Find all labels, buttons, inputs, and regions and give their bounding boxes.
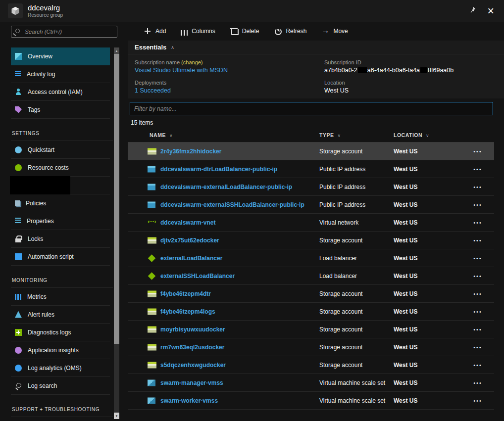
sidebar-item-policies[interactable]: Policies: [11, 194, 110, 212]
filter-input[interactable]: [130, 102, 493, 115]
location-value: West US: [324, 87, 454, 95]
sidebar-item-label: Diagnostics logs: [28, 329, 71, 336]
sidebar-item-redacted[interactable]: [11, 177, 110, 194]
column-header-location[interactable]: LOCATION: [394, 132, 429, 138]
close-icon[interactable]: [488, 7, 494, 14]
sidebar-item-log-analytics-oms[interactable]: Log analytics (OMS): [11, 359, 110, 377]
resource-name-link[interactable]: djtv2x75ut62edocker: [160, 237, 219, 244]
resource-name-link[interactable]: swarm-worker-vmss: [160, 397, 218, 404]
resource-name-link[interactable]: swarm-manager-vmss: [160, 379, 223, 386]
resource-rows: 2r4y36fmx2hhidockerStorage accountWest U…: [128, 142, 494, 410]
row-context-menu-button[interactable]: [469, 166, 486, 172]
resource-type: Virtual machine scale set: [319, 379, 385, 386]
table-row[interactable]: ddcevalswarm-externalSSHLoadBalancer-pub…: [128, 196, 494, 214]
table-row[interactable]: f4ybe46tzepm4dtrStorage accountWest US: [128, 285, 494, 303]
resource-name-link[interactable]: externalLoadBalancer: [160, 255, 222, 262]
resource-name-link[interactable]: ddcevalswarm-dtrLoadBalancer-public-ip: [160, 166, 277, 173]
sidebar-item-properties[interactable]: Properties: [11, 212, 110, 230]
resource-name-link[interactable]: moyrbisyuwxuudocker: [160, 326, 225, 333]
subscription-name-link[interactable]: Visual Studio Ultimate with MSDN: [135, 66, 228, 75]
sidebar-item-log-search[interactable]: Log search: [11, 377, 110, 395]
table-row[interactable]: moyrbisyuwxuudockerStorage accountWest U…: [128, 321, 494, 338]
table-row[interactable]: rm7wn63eql2usdockerStorage accountWest U…: [128, 338, 494, 356]
table-header: NAMETYPELOCATION: [128, 128, 494, 142]
add-button[interactable]: Add: [144, 27, 166, 35]
pin-icon[interactable]: [468, 6, 476, 16]
sidebar-item-activity-log[interactable]: Activity log: [11, 65, 110, 83]
sidebar-item-overview[interactable]: Overview: [11, 47, 110, 65]
sidebar-item-label: Automation script: [28, 253, 74, 260]
row-context-menu-button[interactable]: [469, 362, 486, 368]
row-context-menu-button[interactable]: [469, 398, 486, 404]
row-context-menu-button[interactable]: [469, 380, 486, 386]
resource-name-link[interactable]: rm7wn63eql2usdocker: [160, 344, 224, 351]
row-context-menu-button[interactable]: [469, 202, 486, 208]
storage-account-icon: [148, 290, 156, 297]
properties-icon: [15, 218, 21, 224]
redaction-box: [10, 176, 70, 194]
resource-name-link[interactable]: ddcevalswarm-vnet: [160, 219, 215, 226]
column-header-label: LOCATION: [394, 132, 422, 138]
resource-location: West US: [394, 148, 417, 155]
sidebar-item-alert-rules[interactable]: Alert rules: [11, 306, 110, 324]
resource-name-link[interactable]: s5dqczenhxwgudocker: [160, 362, 226, 369]
row-context-menu-button[interactable]: [469, 220, 486, 226]
resource-name-link[interactable]: f4ybe46tzepm4dtr: [160, 290, 211, 297]
storage-account-icon: [148, 344, 156, 350]
table-row[interactable]: ddcevalswarm-dtrLoadBalancer-public-ipPu…: [128, 160, 494, 178]
resource-type: Load balancer: [319, 273, 357, 280]
search-input[interactable]: [11, 26, 117, 38]
sidebar-item-diagnostics-logs[interactable]: Diagnostics logs: [11, 324, 110, 341]
resource-name-link[interactable]: externalSSHLoadBalancer: [160, 273, 235, 280]
resource-name-link[interactable]: ddcevalswarm-externalLoadBalancer-public…: [160, 184, 292, 190]
table-row[interactable]: 2r4y36fmx2hhidockerStorage accountWest U…: [128, 142, 494, 160]
table-row[interactable]: ddcevalswarm-externalLoadBalancer-public…: [128, 178, 494, 196]
table-row[interactable]: f4ybe46tzepm4logsStorage accountWest US: [128, 303, 494, 321]
sidebar-item-locks[interactable]: Locks: [11, 230, 110, 248]
sidebar-item-quickstart[interactable]: Quickstart: [11, 141, 110, 159]
row-context-menu-button[interactable]: [469, 148, 486, 154]
table-row[interactable]: swarm-manager-vmssVirtual machine scale …: [128, 374, 494, 392]
scroll-up-button[interactable]: [114, 47, 119, 54]
sidebar-item-tags[interactable]: Tags: [11, 101, 110, 119]
resource-name-link[interactable]: 2r4y36fmx2hhidocker: [160, 148, 221, 155]
scrollbar-thumb[interactable]: [114, 54, 119, 344]
deployments-link[interactable]: 1 Succeeded: [135, 87, 228, 95]
change-link[interactable]: (change): [181, 59, 202, 65]
move-button[interactable]: Move: [321, 27, 348, 35]
sidebar-item-access-control-iam[interactable]: Access control (IAM): [11, 83, 110, 101]
row-context-menu-button[interactable]: [469, 255, 486, 261]
column-header-name[interactable]: NAME: [150, 132, 173, 138]
row-context-menu-button[interactable]: [469, 344, 486, 350]
sidebar-item-resource-costs[interactable]: Resource costs: [11, 159, 110, 177]
delete-button[interactable]: Delete: [230, 27, 259, 35]
row-context-menu-button[interactable]: [469, 327, 486, 332]
log-search-icon: [15, 382, 22, 389]
sidebar-item-metrics[interactable]: Metrics: [11, 288, 110, 306]
resource-name-link[interactable]: f4ybe46tzepm4logs: [160, 308, 215, 315]
row-context-menu-button[interactable]: [469, 273, 486, 279]
policies-icon: [15, 200, 20, 206]
resource-type: Virtual machine scale set: [319, 397, 385, 404]
scroll-down-button[interactable]: [114, 413, 119, 419]
table-row[interactable]: s5dqczenhxwgudockerStorage accountWest U…: [128, 356, 494, 374]
refresh-button[interactable]: Refresh: [274, 27, 306, 35]
table-row[interactable]: externalSSHLoadBalancerLoad balancerWest…: [128, 267, 494, 285]
row-context-menu-button[interactable]: [469, 237, 486, 243]
table-row[interactable]: djtv2x75ut62edockerStorage accountWest U…: [128, 232, 494, 249]
row-context-menu-button[interactable]: [469, 309, 486, 315]
essentials-toggle[interactable]: Essentials: [128, 41, 504, 54]
resource-location: West US: [394, 237, 417, 244]
table-row[interactable]: ddcevalswarm-vnetVirtual networkWest US: [128, 214, 494, 232]
row-context-menu-button[interactable]: [469, 291, 486, 297]
table-row[interactable]: swarm-worker-vmssVirtual machine scale s…: [128, 392, 494, 410]
subscription-id-text: a7b4b0a0-2: [324, 67, 357, 74]
table-row[interactable]: externalLoadBalancerLoad balancerWest US: [128, 249, 494, 267]
resource-name-link[interactable]: ddcevalswarm-externalSSHLoadBalancer-pub…: [160, 201, 304, 208]
delete-icon: [230, 27, 238, 35]
column-header-type[interactable]: TYPE: [319, 132, 341, 138]
sidebar-item-automation-script[interactable]: Automation script: [11, 248, 110, 266]
sidebar-item-application-insights[interactable]: Application insights: [11, 341, 110, 359]
columns-button[interactable]: Columns: [181, 28, 215, 35]
row-context-menu-button[interactable]: [469, 184, 486, 190]
